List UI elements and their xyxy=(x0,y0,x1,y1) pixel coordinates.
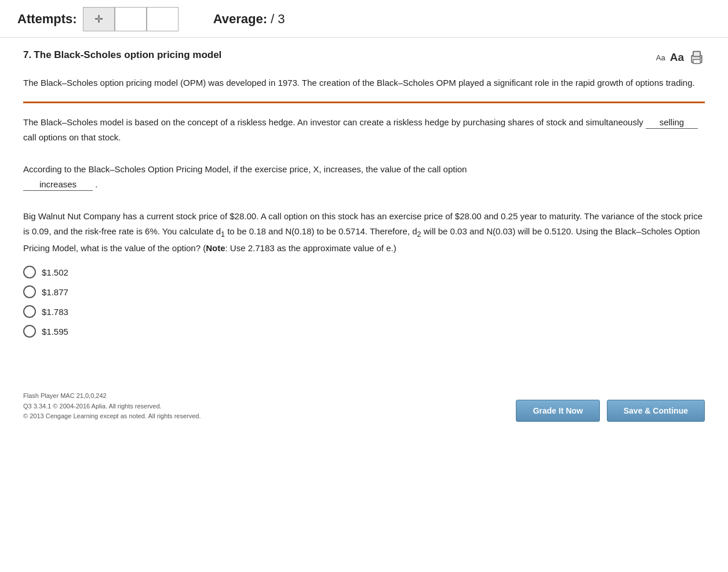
radio-2[interactable] xyxy=(23,285,36,298)
para1-post: call options on that stock. xyxy=(23,132,121,142)
average-value: / 3 xyxy=(271,12,285,27)
top-bar: Attempts: ✛ Average: / 3 xyxy=(0,0,728,38)
orange-divider xyxy=(23,102,705,103)
footer-text: Flash Player MAC 21,0,0,242 Q3 3.34.1 © … xyxy=(23,391,201,422)
crosshair-icon: ✛ xyxy=(94,13,103,26)
attempt-box-2 xyxy=(115,7,147,31)
print-icon[interactable] xyxy=(689,49,705,66)
option-3-label: $1.783 xyxy=(42,307,68,317)
font-small-button[interactable]: Aa xyxy=(656,53,665,62)
paragraph-3: Big Walnut Nut Company has a current sto… xyxy=(23,209,705,255)
question-title-area: 7. The Black-Scholes option pricing mode… xyxy=(23,49,221,61)
main-content: 7. The Black-Scholes option pricing mode… xyxy=(0,38,728,356)
radio-1[interactable] xyxy=(23,266,36,278)
question-header: 7. The Black-Scholes option pricing mode… xyxy=(23,49,705,66)
footer-line-1: Flash Player MAC 21,0,0,242 xyxy=(23,391,201,401)
mc-option-2[interactable]: $1.877 xyxy=(23,285,705,298)
question-number: 7. xyxy=(23,49,31,60)
attempt-box-1: ✛ xyxy=(83,7,115,31)
para3-text: Big Walnut Nut Company has a current sto… xyxy=(23,211,702,253)
paragraph-2: According to the Black–Scholes Option Pr… xyxy=(23,162,705,191)
para2-pre: According to the Black–Scholes Option Pr… xyxy=(23,164,467,174)
option-2-label: $1.877 xyxy=(42,287,68,297)
footer-line-2: Q3 3.34.1 © 2004-2016 Aplia. All rights … xyxy=(23,401,201,412)
footer-line-3: © 2013 Cengage Learning except as noted.… xyxy=(23,411,201,422)
font-controls: Aa Aa xyxy=(656,49,705,66)
mc-option-1[interactable]: $1.502 xyxy=(23,266,705,278)
font-large-button[interactable]: Aa xyxy=(670,51,684,64)
paragraph-1: The Black–Scholes model is based on the … xyxy=(23,115,705,144)
radio-3[interactable] xyxy=(23,305,36,318)
svg-rect-2 xyxy=(693,60,700,64)
save-continue-button[interactable]: Save & Continue xyxy=(607,400,705,422)
para1-pre: The Black–Scholes model is based on the … xyxy=(23,117,643,127)
attempts-boxes: ✛ xyxy=(83,7,179,31)
multiple-choice-section: $1.502 $1.877 $1.783 $1.595 xyxy=(23,266,705,338)
attempt-box-3 xyxy=(147,7,179,31)
mc-option-3[interactable]: $1.783 xyxy=(23,305,705,318)
radio-4[interactable] xyxy=(23,325,36,338)
question-title: The Black-Scholes option pricing model xyxy=(34,49,221,60)
average-label: Average: xyxy=(213,12,267,27)
mc-option-4[interactable]: $1.595 xyxy=(23,325,705,338)
option-4-label: $1.595 xyxy=(42,327,68,336)
svg-point-3 xyxy=(700,57,701,59)
average-section: Average: / 3 xyxy=(213,12,285,27)
footer: Flash Player MAC 21,0,0,242 Q3 3.34.1 © … xyxy=(0,391,728,422)
blank-increases-input[interactable] xyxy=(23,179,93,191)
blank-selling-input[interactable] xyxy=(646,117,698,129)
grade-it-now-button[interactable]: Grade It Now xyxy=(516,400,599,422)
para2-post: . xyxy=(95,179,97,189)
option-1-label: $1.502 xyxy=(42,267,68,277)
intro-text: The Black–Scholes option pricing model (… xyxy=(23,76,705,90)
svg-rect-1 xyxy=(693,52,700,57)
attempts-label: Attempts: xyxy=(17,12,77,27)
footer-buttons: Grade It Now Save & Continue xyxy=(516,400,705,422)
